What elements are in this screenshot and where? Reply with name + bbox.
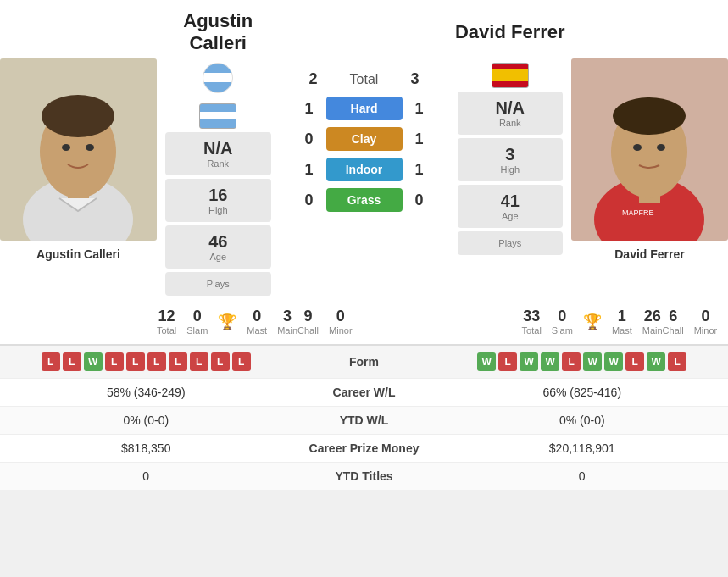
form-badge: L [232,352,251,371]
form-badge: L [169,352,187,371]
ytd-wl-row: 0% (0-0) YTD W/L 0% (0-0) [0,406,728,434]
p2-main-stat: 26 Main [642,308,663,336]
indoor-badge: Indoor [326,158,403,181]
player1-photo [0,58,157,241]
p1-prize: $818,350 [13,441,280,455]
form-badge: L [42,352,60,371]
p2-career-wl: 66% (825-416) [449,386,716,399]
p1-trophy-icon: 🏆 [218,313,236,331]
p2-main-val: 26 [642,308,663,325]
p2-slam-val: 0 [552,308,573,325]
p1-minor-stat: 0 Minor [329,308,353,336]
p2-mast-stat: 1 Mast [612,308,632,336]
svg-point-5 [62,144,70,151]
player2-mini-stats2: 6 Chall 0 Minor [663,308,718,336]
players-row: Agustin Calleri N/A Rank 16 High 46 [0,58,728,303]
player1-form: LLWLLLLLLL [13,352,280,371]
form-badge: L [126,352,145,371]
svg-point-12 [633,144,642,151]
esp-flag-visual [492,63,529,88]
header-row: Agustin Calleri David Ferrer [0,0,728,58]
player2-age-box: 41 Age [458,185,564,228]
player2-high-box: 3 High [458,138,564,181]
p1-chall-val: 9 [297,308,319,325]
player2-plays-box: Plays [458,231,564,255]
svg-text:MAPFRE: MAPFRE [622,208,654,217]
p2-ytd-wl: 0% (0-0) [449,413,716,427]
p1-minor-val: 0 [329,308,353,325]
player2-rank-box: N/A Rank [458,92,564,135]
career-wl-label: Career W/L [280,386,449,399]
hard-badge: Hard [326,97,403,120]
player1-high-value: 16 [177,186,259,205]
form-badge: W [477,352,496,371]
player2-high-value: 3 [470,145,552,164]
form-label: Form [349,355,379,369]
grass-score-p2: 0 [411,191,428,209]
p2-chall-stat: 6 Chall [663,308,684,336]
player2-stats-block: N/A Rank 3 High 41 Age Plays [449,58,572,263]
form-badge: W [647,352,665,371]
form-badge: W [520,352,538,371]
hard-score-p1: 1 [301,100,318,118]
hard-score-p2: 1 [411,100,428,118]
player1-name: Agustin Calleri [183,10,253,53]
player2-name-header: David Ferrer [449,21,572,43]
clay-score-p2: 1 [411,130,428,148]
p1-main-stat: 3 Main [277,308,297,336]
player2-form-badges: WLWWLWWLWL [477,352,686,371]
grass-row: 0 Grass 0 [301,188,428,212]
player2-photo-block: MAPFRE David Ferrer [571,58,728,261]
form-row: LLWLLLLLLL Form WLWWLWWLWL [0,345,728,378]
total-row: 2 Total 3 [305,70,424,88]
p1-ytd-titles: 0 [13,469,280,483]
p2-trophy-icon: 🏆 [583,313,602,331]
indoor-row: 1 Indoor 1 [301,158,428,181]
p1-ytd-wl: 0% (0-0) [13,413,280,427]
hard-row: 1 Hard 1 [301,97,428,120]
form-center-label: Form [280,354,449,369]
form-badge: L [498,352,517,371]
player2-plays-label: Plays [470,238,552,248]
svg-point-6 [86,144,94,151]
grass-score-p1: 0 [301,191,318,209]
p1-mast-val: 0 [247,308,267,325]
svg-point-11 [613,97,686,135]
player1-label: Agustin Calleri [0,247,157,261]
total-score-p1: 2 [305,70,322,88]
arg-flag-visual [199,103,236,129]
ytd-wl-label: YTD W/L [280,413,449,427]
p1-total-stat: 12 Total [157,308,176,336]
player1-age-box: 46 Age [165,225,271,269]
clay-badge: Clay [326,127,403,151]
player2-mini-stats: 33 Total 0 Slam 🏆 1 Mast 26 Main [522,308,663,336]
player1-mini-stats2: 9 Chall 0 Minor [297,308,353,336]
player1-rank-value: N/A [177,139,259,158]
form-badge: L [211,352,230,371]
grass-badge: Grass [326,188,403,212]
player2-form: WLWWLWWLWL [449,352,716,371]
p1-slam-val: 0 [186,308,208,325]
p2-minor-stat: 0 Minor [694,308,718,336]
p2-ytd-titles: 0 [449,469,716,483]
form-badge: W [541,352,559,371]
p2-chall-val: 6 [663,308,684,325]
form-badge: L [63,352,81,371]
p2-total-val: 33 [522,308,542,325]
clay-row: 0 Clay 1 [301,127,428,151]
p1-main-val: 3 [277,308,297,325]
mini-stats-row: 12 Total 0 Slam 🏆 0 Mast 3 Main 9 Chall [0,303,728,345]
prize-label: Career Prize Money [280,441,449,455]
player1-stats-block: N/A Rank 16 High 46 Age Plays [157,58,280,303]
player1-photo-block: Agustin Calleri [0,58,157,261]
form-badge: L [562,352,581,371]
svg-point-4 [42,95,114,137]
player1-mini-stats: 12 Total 0 Slam 🏆 0 Mast 3 Main [157,308,297,336]
player1-form-badges: LLWLLLLLLL [42,352,251,371]
p2-prize: $20,118,901 [449,441,716,455]
player1-plays-box: Plays [165,272,271,296]
prize-row: $818,350 Career Prize Money $20,118,901 [0,434,728,462]
player1-plays-label: Plays [177,279,259,289]
total-score-p2: 3 [407,70,424,88]
player2-name: David Ferrer [455,21,565,42]
